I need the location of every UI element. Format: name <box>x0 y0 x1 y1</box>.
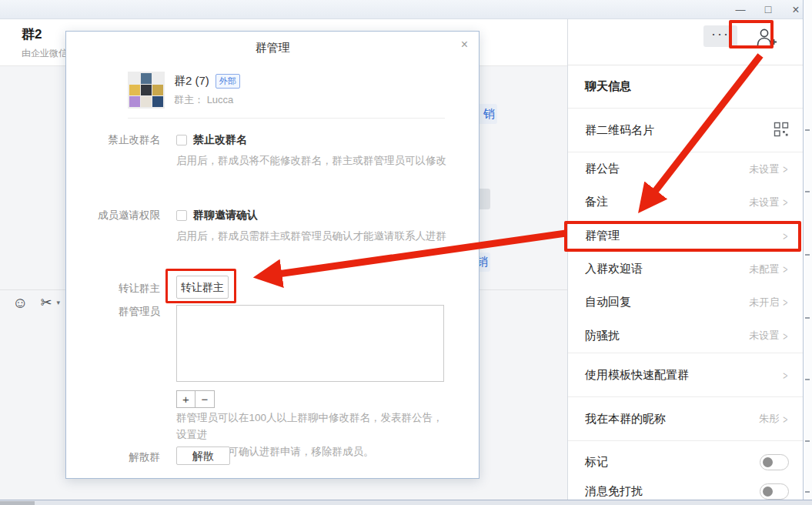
chevron-right-icon: > <box>784 329 788 343</box>
qrcode-icon <box>774 122 789 139</box>
group-owner: 群主： Lucca <box>174 93 233 107</box>
chevron-right-icon: > <box>784 196 788 209</box>
sidebar-item-my-nickname[interactable]: 我在本群的昵称 朱彤 > <box>568 397 803 441</box>
mark-toggle[interactable] <box>760 454 789 470</box>
sidebar-item-auto-reply[interactable]: 自动回复 未开启 > <box>568 286 803 319</box>
chat-toolbar: ☺ ✂ ▾ <box>12 294 60 311</box>
caret-down-icon[interactable]: ▾ <box>57 299 61 306</box>
close-icon[interactable]: × <box>787 0 804 19</box>
screen-edge <box>803 0 812 505</box>
rename-section-label: 禁止改群名 <box>66 133 160 147</box>
minimize-icon[interactable]: — <box>732 0 749 19</box>
sidebar-top-actions: ··· <box>568 19 803 65</box>
chevron-right-icon: > <box>784 413 788 426</box>
mute-toggle[interactable] <box>760 483 789 500</box>
remove-admin-button[interactable]: − <box>195 390 215 408</box>
scissors-icon[interactable]: ✂ <box>40 294 52 311</box>
external-badge: 外部 <box>216 74 240 89</box>
more-button[interactable]: ··· <box>703 25 737 47</box>
window-titlebar: — □ × <box>0 0 812 19</box>
chevron-right-icon: > <box>784 162 788 176</box>
invite-desc: 启用后，群成员需群主或群管理员确认才能邀请联系人进群 <box>176 229 446 243</box>
rename-desc: 启用后，群成员将不能修改群名，群主或群管理员可以修改 <box>176 154 446 168</box>
sidebar-item-group-manage[interactable]: 群管理 > <box>568 219 803 252</box>
close-icon[interactable]: × <box>461 38 468 52</box>
dismiss-section-label: 解散群 <box>66 450 160 464</box>
group-avatar <box>128 72 165 109</box>
chevron-right-icon: > <box>784 263 788 276</box>
add-member-icon[interactable] <box>755 26 777 48</box>
sidebar-header: 聊天信息 <box>568 65 803 109</box>
maximize-icon[interactable]: □ <box>760 0 777 19</box>
admin-section-label: 群管理员 <box>66 305 160 319</box>
invite-confirm-checkbox[interactable] <box>176 210 187 221</box>
sidebar-item-announcement[interactable]: 群公告 未设置 > <box>568 152 803 186</box>
transfer-owner-button[interactable]: 转让群主 <box>176 276 229 299</box>
add-admin-button[interactable]: + <box>176 390 195 408</box>
dialog-title: 群管理 <box>66 41 479 55</box>
divider <box>128 118 445 119</box>
admin-list-box[interactable] <box>176 305 444 382</box>
chevron-right-icon: > <box>784 369 788 382</box>
invite-section-label: 成员邀请权限 <box>66 209 160 222</box>
dismiss-group-button[interactable]: 解散 <box>176 446 230 465</box>
sidebar-item-remark[interactable]: 备注 未设置 > <box>568 186 803 219</box>
chevron-right-icon: > <box>784 229 788 242</box>
sidebar-item-welcome-message[interactable]: 入群欢迎语 未配置 > <box>568 252 803 286</box>
sidebar-item-template-config[interactable]: 使用模板快速配置群 > <box>568 353 803 397</box>
sidebar-item-mark: 标记 <box>568 447 803 477</box>
chevron-right-icon: > <box>784 296 788 309</box>
chat-info-sidebar: ··· 聊天信息 群二维码名片 群公告 未设置 <box>567 19 803 500</box>
sidebar-item-qrcode[interactable]: 群二维码名片 <box>568 109 803 152</box>
group-name: 群2 (7) <box>174 74 209 89</box>
group-manage-dialog: 群管理 × 群2 (7) 外部 群主： Lucca 禁止改群名 禁止改群名 启用… <box>65 31 480 479</box>
rename-checkbox[interactable] <box>176 135 187 145</box>
transfer-section-label: 转让群主 <box>66 282 160 296</box>
sidebar-item-anti-harassment[interactable]: 防骚扰 未设置 > <box>568 319 803 353</box>
emoji-icon[interactable]: ☺ <box>12 294 28 311</box>
taskbar-edge <box>0 500 812 505</box>
chat-title: 群2 <box>22 25 42 43</box>
